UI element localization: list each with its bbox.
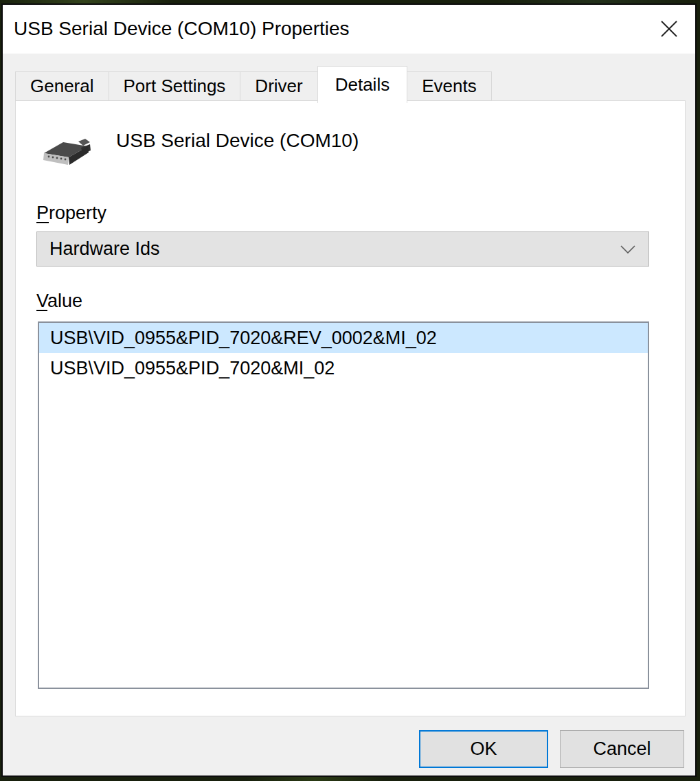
serial-port-connector-icon — [40, 135, 92, 170]
tab-label: Driver — [255, 76, 302, 97]
tab-label: General — [30, 76, 94, 97]
property-dropdown-value: Hardware Ids — [49, 238, 160, 260]
ok-button-label: OK — [470, 738, 497, 760]
tab-port-settings[interactable]: Port Settings — [109, 71, 241, 101]
property-label-rest: roperty — [49, 203, 106, 223]
close-button[interactable] — [654, 14, 684, 44]
title-bar: USB Serial Device (COM10) Properties — [3, 5, 695, 54]
tab-label: Port Settings — [124, 76, 226, 97]
tab-details[interactable]: Details — [317, 66, 407, 103]
ok-button[interactable]: OK — [419, 730, 548, 768]
value-label-rest: alue — [47, 291, 82, 311]
properties-dialog: USB Serial Device (COM10) Properties Gen… — [1, 3, 697, 777]
tab-label: Events — [422, 76, 477, 97]
value-list-item[interactable]: USB\VID_0955&PID_7020&REV_0002&MI_02 — [39, 323, 648, 353]
cancel-button-label: Cancel — [593, 738, 651, 760]
property-label: Property — [36, 203, 106, 224]
details-tab-page: USB Serial Device (COM10) Property Hardw… — [15, 100, 686, 716]
tab-label: Details — [335, 74, 389, 95]
property-label-accesskey: P — [36, 203, 49, 223]
chevron-down-icon[interactable] — [620, 245, 636, 254]
value-listbox[interactable]: USB\VID_0955&PID_7020&REV_0002&MI_02 USB… — [38, 321, 649, 689]
tab-general[interactable]: General — [15, 71, 109, 101]
cancel-button[interactable]: Cancel — [560, 730, 684, 768]
window-title: USB Serial Device (COM10) Properties — [14, 18, 350, 40]
tab-events[interactable]: Events — [407, 71, 492, 101]
value-label-accesskey: V — [36, 291, 47, 311]
device-name: USB Serial Device (COM10) — [116, 130, 359, 152]
value-list-item[interactable]: USB\VID_0955&PID_7020&MI_02 — [39, 353, 648, 383]
tab-driver[interactable]: Driver — [240, 71, 317, 101]
tab-strip: General Port Settings Driver Details Eve… — [15, 71, 491, 103]
property-dropdown[interactable]: Hardware Ids — [36, 231, 649, 267]
value-label: Value — [36, 291, 82, 312]
value-text: USB\VID_0955&PID_7020&MI_02 — [50, 358, 335, 379]
value-text: USB\VID_0955&PID_7020&REV_0002&MI_02 — [50, 328, 437, 349]
close-icon — [659, 19, 679, 38]
